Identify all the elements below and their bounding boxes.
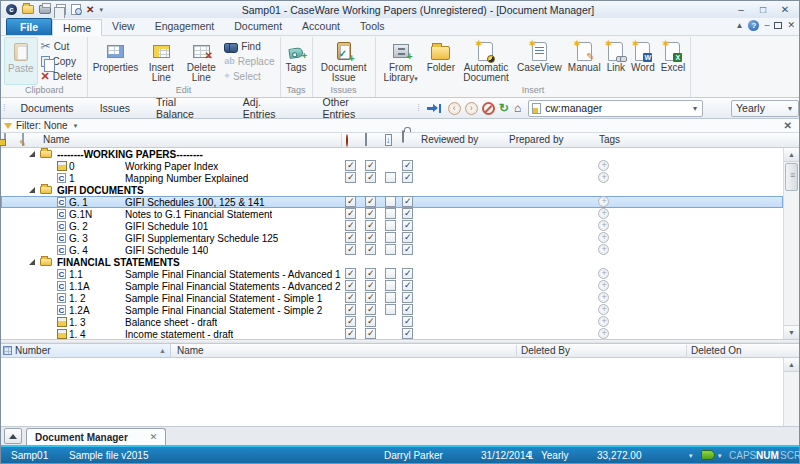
back-icon[interactable]: ‹ [448,102,461,115]
refresh-icon[interactable]: ↻ [499,102,509,115]
deleted-pane-scrollbar[interactable]: ▲ [783,358,799,426]
tags-column-header[interactable]: Tags [599,134,620,145]
minimize-button[interactable]: – [733,4,749,16]
home-icon[interactable]: ⌂ [514,102,521,115]
delete-line-button[interactable]: ✕ Delete Line [181,37,221,85]
document-row[interactable]: C1.2ASample Final Financial Statement - … [1,304,783,316]
date-checkbox[interactable] [365,196,376,207]
lock-checkbox[interactable] [402,172,413,183]
signoff-checkbox[interactable] [345,208,356,219]
lock-column-icon[interactable] [402,131,404,142]
list-scrollbar[interactable]: ▲ ▼ [783,148,799,339]
paste-button[interactable]: Paste [4,37,38,85]
document-row[interactable]: C1.1Sample Final Financial Statements - … [1,268,783,280]
signoff-checkbox[interactable] [345,316,356,327]
add-tag-button[interactable] [598,280,609,291]
tab-tools[interactable]: Tools [350,18,395,35]
rollforward-checkbox[interactable] [385,304,396,315]
trial-balance-view-button[interactable]: Trial Balance [143,96,230,120]
rollforward-checkbox[interactable] [385,232,396,243]
signoff-column-icon[interactable] [346,135,348,146]
date-checkbox[interactable] [365,292,376,303]
period-dropdown-caret-icon[interactable]: ▾ [786,104,794,113]
date-checkbox[interactable] [365,220,376,231]
signoff-checkbox[interactable] [345,268,356,279]
rollforward-checkbox[interactable] [385,196,396,207]
filter-label[interactable]: Filter: None [16,120,68,131]
status-amount[interactable]: 33,272.00 [597,450,642,461]
open-file-icon[interactable] [22,5,34,14]
period-combobox[interactable]: Yearly ▾ [731,100,799,117]
document-row[interactable]: C1. 2Sample Final Financial Statement - … [1,292,783,304]
scroll-up-icon[interactable]: ▲ [784,148,799,162]
add-tag-button[interactable] [598,268,609,279]
add-tag-button[interactable] [598,196,609,207]
status-date[interactable]: 31/12/2014 [481,450,531,461]
print-preview-icon[interactable] [56,4,66,15]
lock-checkbox[interactable] [402,220,413,231]
folder-row[interactable]: GIFI DOCUMENTS [1,184,783,196]
lock-checkbox[interactable] [402,244,413,255]
add-tag-button[interactable] [598,160,609,171]
word-button[interactable]: ✶W Word [628,37,658,85]
document-row[interactable]: C1Mapping Number Explained [1,172,783,184]
mdi-minimize-button[interactable]: – [764,20,769,31]
cut-button[interactable]: ✂Cut [38,39,85,54]
lock-checkbox[interactable] [402,292,413,303]
document-preview-icon[interactable] [71,4,81,15]
mdi-close-button[interactable]: ✕ [787,20,795,31]
scrollbar-thumb[interactable] [785,163,798,191]
status-caret-left-icon[interactable]: ▾ [689,452,693,460]
forward-icon[interactable]: › [465,102,478,115]
status-caret-right-icon[interactable]: ▾ [718,452,722,460]
deleted-scroll-up-icon[interactable]: ▲ [784,358,799,372]
date-checkbox[interactable] [365,316,376,327]
filter-dropdown-caret-icon[interactable]: ▾ [74,122,78,130]
caseview-button[interactable]: ✶ CaseView [514,37,565,85]
lock-checkbox[interactable] [402,280,413,291]
signoff-checkbox[interactable] [345,292,356,303]
signoff-checkbox[interactable] [345,172,356,183]
manual-button[interactable]: ✶✎ Manual [565,37,604,85]
automatic-document-button[interactable]: ✶ Automatic Document [458,37,514,85]
folder-row[interactable]: FINANCIAL STATEMENTS [1,256,783,268]
add-tag-button[interactable] [598,304,609,315]
tab-document-manager[interactable]: Document Manager ✕ [26,428,166,445]
tab-engagement[interactable]: Engagement [145,18,225,35]
filter-close-icon[interactable]: ✕ [784,120,796,131]
tab-document[interactable]: Document [224,18,292,35]
document-row[interactable]: 0Working Paper Index [1,160,783,172]
folder-row[interactable]: --------WORKING PAPERS-------- [1,148,783,160]
document-row[interactable]: CG. 2GIFI Schedule 101 [1,220,783,232]
date-checkbox[interactable] [365,268,376,279]
pin-tab-button[interactable] [4,428,22,444]
add-tag-button[interactable] [598,220,609,231]
expander-icon[interactable] [29,259,35,265]
signoff-checkbox[interactable] [345,244,356,255]
add-tag-button[interactable] [598,316,609,327]
lock-checkbox[interactable] [402,232,413,243]
annotation-column-icon[interactable] [4,134,6,145]
document-row[interactable]: CG.1NNotes to G.1 Financial Statement [1,208,783,220]
name-column-header[interactable]: Name [43,134,70,145]
close-button[interactable]: ✕ [777,4,793,16]
date-checkbox[interactable] [365,244,376,255]
goto-document-icon[interactable] [427,104,441,113]
replace-button[interactable]: abReplace [221,54,277,69]
link-button[interactable]: ✶ Link [604,37,628,85]
document-row[interactable]: CG. 3GIFI Supplementary Schedule 125 [1,232,783,244]
documents-view-button[interactable]: Documents [8,102,87,114]
add-tag-button[interactable] [598,208,609,219]
status-period-number[interactable]: 1 [528,450,534,461]
lock-checkbox[interactable] [402,328,413,339]
insert-line-button[interactable]: Insert Line [141,37,181,85]
rollforward-column-icon[interactable]: ↓ [385,134,392,145]
maximize-button[interactable]: □ [755,4,771,16]
date-checkbox[interactable] [365,304,376,315]
stop-icon[interactable] [482,102,495,115]
rollforward-checkbox[interactable] [385,280,396,291]
lock-checkbox[interactable] [402,196,413,207]
select-button[interactable]: ⌖Select [221,69,277,84]
address-combobox[interactable]: cw:manager ▾ [528,100,703,117]
tab-file[interactable]: File [6,18,52,35]
